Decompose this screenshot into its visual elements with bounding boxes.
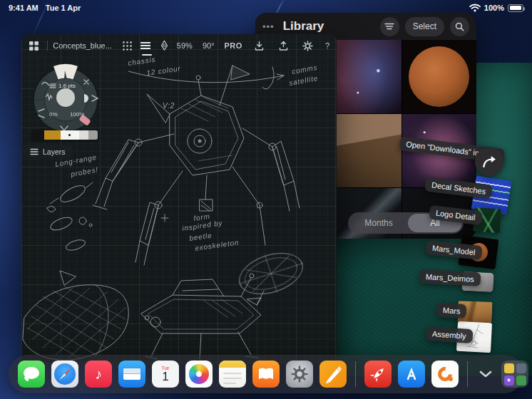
battery-icon	[508, 4, 523, 12]
calendar-day: 1	[162, 370, 168, 383]
more-options-button[interactable]: •••	[262, 21, 275, 32]
export-button[interactable]	[277, 38, 291, 53]
app-library[interactable]: ★	[501, 361, 528, 388]
mail-envelope-icon	[123, 368, 140, 380]
rotation-value[interactable]: 90°	[203, 41, 215, 50]
app-store-a-icon	[403, 366, 420, 383]
app-c-logo[interactable]	[431, 361, 459, 388]
app-rocket[interactable]	[364, 361, 392, 388]
layers-lines-icon	[30, 148, 39, 155]
rocket-icon	[369, 365, 387, 383]
photos-flower-icon	[189, 364, 209, 384]
color-swatch-lightgray[interactable]	[79, 130, 88, 140]
document-title[interactable]: Concepts_blue...	[53, 41, 112, 50]
pro-badge[interactable]: PRO	[225, 41, 242, 50]
music-note-icon: ♪	[95, 366, 102, 383]
mars-globe	[409, 46, 469, 107]
app-notes[interactable]	[219, 361, 246, 388]
photo-thumbnail-desert[interactable]	[329, 114, 401, 187]
view-options-button[interactable]	[380, 17, 399, 36]
app-calendar[interactable]: Tue 1	[152, 361, 179, 388]
opacity-min-label: 0%	[49, 111, 58, 118]
pod-sketches	[47, 182, 93, 252]
app-mail[interactable]	[118, 361, 145, 388]
search-icon	[455, 22, 464, 31]
annotation-version: V:2	[163, 102, 175, 110]
workspace-grid-button[interactable]	[29, 38, 40, 53]
app-music[interactable]: ♪	[85, 361, 112, 388]
layers-button[interactable]: Layers	[23, 145, 73, 158]
notes-line	[223, 383, 236, 384]
toolbar-divider	[47, 41, 48, 51]
app-library-mini-green	[516, 375, 526, 385]
color-swatch-black[interactable]	[32, 130, 44, 140]
help-button[interactable]: ?	[325, 41, 329, 50]
layers-view-button[interactable]	[140, 38, 151, 53]
app-safari[interactable]	[51, 361, 78, 388]
notes-line	[223, 378, 242, 379]
app-concepts[interactable]	[319, 361, 347, 388]
notes-header-strip	[219, 361, 246, 368]
select-button[interactable]: Select	[405, 17, 444, 36]
tool-wheel[interactable]: 1.6 pts 0% 100%	[26, 58, 106, 138]
stroke-size-value[interactable]: 1.6 pts	[58, 83, 76, 89]
pen-blade-icon	[319, 361, 347, 388]
ipad-screen: 9:41 AM Tue 1 Apr 100%	[0, 0, 532, 399]
opacity-max-label: 100%	[70, 111, 84, 118]
annotation-marks	[128, 67, 284, 222]
open-book-icon	[257, 367, 275, 381]
c-dot-icon	[449, 377, 453, 381]
drag-label-mars[interactable]: Mars	[436, 303, 467, 318]
color-swatch-white-selected[interactable]	[61, 130, 79, 140]
notes-line	[223, 373, 242, 374]
annotation-probes-line2: probes!	[69, 165, 98, 178]
app-books[interactable]	[252, 361, 280, 388]
search-button[interactable]	[450, 17, 469, 36]
forward-arrow-icon	[481, 155, 497, 169]
share-button[interactable]	[475, 147, 503, 176]
segment-months[interactable]: Months	[349, 218, 408, 228]
app-library-mini-yellow	[504, 363, 514, 373]
module-sketch	[23, 271, 128, 360]
app-settings[interactable]	[286, 361, 313, 388]
annotation-chassis-line2: 12 colour	[146, 64, 181, 77]
photos-window-title: Library	[283, 19, 374, 33]
color-swatch-gray[interactable]	[88, 130, 98, 140]
status-bar: 9:41 AM Tue 1 Apr 100%	[0, 0, 532, 16]
app-library-mini-slate	[516, 363, 526, 373]
zoom-level[interactable]: 59%	[177, 41, 193, 50]
color-swatch-gold[interactable]	[44, 130, 61, 140]
app-library-mini-purple: ★	[504, 375, 514, 385]
active-view-indicator	[142, 54, 152, 56]
concepts-app-window: chassis 12 colour comms satellite V:2 Lo…	[21, 34, 337, 363]
tool-wheel-center[interactable]	[56, 88, 75, 107]
photo-thumbnail-mars[interactable]	[402, 40, 476, 113]
dock: ♪ Tue 1	[9, 355, 523, 393]
annotation-comms-line1: comms	[291, 63, 318, 76]
c-ring-icon	[435, 364, 455, 384]
pen-settings-button[interactable]	[158, 38, 170, 53]
settings-gear-icon	[291, 366, 308, 383]
dock-divider	[355, 361, 356, 387]
wifi-icon	[469, 4, 481, 12]
list-lines-icon	[384, 23, 394, 30]
annotation-comms-line2: satellite	[288, 74, 318, 87]
precision-grid-button[interactable]	[122, 38, 133, 53]
selected-color-dot	[68, 134, 71, 136]
app-messages[interactable]	[18, 361, 45, 388]
rover-sketch	[141, 246, 308, 362]
import-button[interactable]	[252, 38, 267, 53]
layers-button-label: Layers	[43, 147, 66, 156]
dock-divider	[467, 361, 468, 387]
messages-bubble-tail	[24, 377, 29, 381]
status-time: 9:41 AM	[9, 4, 39, 12]
annotation-chassis-line1: chassis	[128, 56, 156, 67]
concepts-toolbar: Concepts_blue... 59% 90° PRO	[21, 34, 337, 57]
settings-gear-button[interactable]	[301, 38, 315, 53]
dock-collapse-button[interactable]	[476, 370, 495, 378]
chevron-down-icon	[479, 370, 492, 378]
photo-thumbnail-nebula[interactable]	[329, 40, 401, 113]
battery-percent: 100%	[484, 4, 504, 12]
app-photos[interactable]	[185, 361, 213, 388]
app-app-store[interactable]	[398, 361, 425, 388]
